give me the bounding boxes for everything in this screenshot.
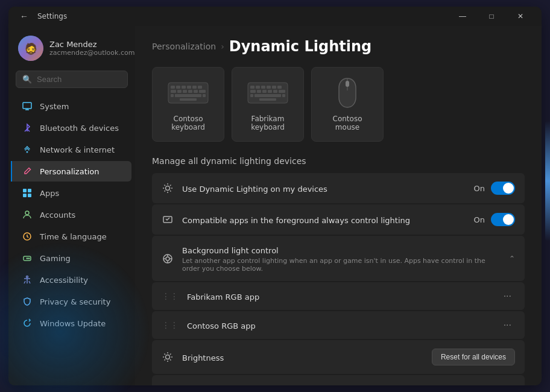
contoso-app-more-button[interactable]: ··· <box>500 318 515 332</box>
svg-rect-16 <box>171 86 175 89</box>
fabrikam-app-label: Fabrikam RGB app <box>187 292 259 302</box>
sidebar-item-system[interactable]: System <box>12 96 131 116</box>
device-card-fabrikam-keyboard[interactable]: Fabrikam keyboard <box>232 67 304 142</box>
sidebar-item-apps[interactable]: Apps <box>12 183 131 203</box>
gaming-icon <box>22 253 33 264</box>
device-card-contoso-mouse[interactable]: Contoso mouse <box>311 67 384 142</box>
svg-rect-28 <box>175 94 201 97</box>
compatible-apps-toggle[interactable] <box>491 213 515 226</box>
window-content: 🧔 Zac Mendez zacmendez@outlook.com 🔍 Sys… <box>8 26 542 385</box>
dynamic-lighting-label: Use Dynamic Lighting on my devices <box>182 185 327 194</box>
svg-point-62 <box>166 257 169 261</box>
svg-rect-7 <box>28 194 31 197</box>
background-light-icon <box>162 253 174 265</box>
svg-point-13 <box>28 258 30 259</box>
bluetooth-icon <box>22 122 33 133</box>
svg-rect-27 <box>199 90 206 93</box>
sidebar-label-gaming: Gaming <box>40 254 71 263</box>
sidebar-item-gaming[interactable]: Gaming <box>12 248 131 268</box>
search-input[interactable] <box>37 75 135 84</box>
profile-name: Zac Mendez <box>49 40 134 49</box>
svg-rect-6 <box>23 194 27 197</box>
svg-rect-41 <box>262 90 267 93</box>
minimize-button[interactable]: — <box>449 7 476 26</box>
contoso-app-content: Contoso RGB app <box>187 320 492 331</box>
svg-point-8 <box>25 211 29 215</box>
svg-line-59 <box>165 191 166 192</box>
svg-rect-0 <box>23 103 31 109</box>
svg-rect-36 <box>267 86 271 89</box>
breadcrumb-separator: › <box>221 42 224 51</box>
svg-point-51 <box>166 186 170 191</box>
main-content: Personalization › Dynamic Lighting <box>135 26 542 385</box>
background-light-header: Background light control Let another app… <box>162 244 515 273</box>
accessibility-icon <box>22 274 33 285</box>
setting-row-compatible-apps: Compatible apps in the foreground always… <box>152 204 525 235</box>
drag-handle-fabrikam[interactable]: ⋮⋮ <box>162 291 179 301</box>
sidebar-label-update: Windows Update <box>40 319 106 328</box>
sidebar-item-personalization[interactable]: Personalization <box>11 161 131 182</box>
setting-row-use-dynamic-lighting: Use Dynamic Lighting on my devices On <box>152 173 525 203</box>
page-title: Dynamic Lighting <box>229 38 371 55</box>
sidebar-item-network[interactable]: Network & internet <box>12 139 131 160</box>
sidebar-item-privacy[interactable]: Privacy & security <box>12 291 131 312</box>
system-icon <box>22 101 33 112</box>
back-button[interactable]: ← <box>16 8 33 25</box>
search-box[interactable]: 🔍 <box>16 71 128 88</box>
avatar-image: 🧔 <box>18 36 43 61</box>
contoso-keyboard-label: Contoso keyboard <box>162 115 214 131</box>
setting-row-effects: Effects Choose color themes and effects … <box>152 375 525 385</box>
svg-rect-47 <box>282 94 285 97</box>
sidebar-item-accounts[interactable]: Accounts <box>12 204 131 225</box>
brightness-reset-button[interactable]: Reset for all devices <box>432 349 515 365</box>
dynamic-lighting-content: Use Dynamic Lighting on my devices <box>182 183 466 194</box>
svg-rect-39 <box>250 90 256 93</box>
sidebar-label-time: Time & language <box>40 232 107 241</box>
dynamic-lighting-right: On <box>474 182 515 195</box>
svg-rect-31 <box>180 98 197 101</box>
svg-line-72 <box>165 354 166 355</box>
breadcrumb: Personalization › Dynamic Lighting <box>152 38 525 55</box>
accounts-icon <box>22 209 33 220</box>
update-icon <box>22 318 33 329</box>
setting-row-brightness: Brightness Reset for all devices <box>152 340 525 374</box>
sidebar-item-bluetooth[interactable]: Bluetooth & devices <box>12 118 131 138</box>
profile-email: zacmendez@outlook.com <box>49 49 134 57</box>
svg-rect-43 <box>273 90 277 93</box>
svg-rect-29 <box>171 94 174 97</box>
maximize-button[interactable]: □ <box>478 7 505 26</box>
fabrikam-app-more-button[interactable]: ··· <box>500 289 515 303</box>
settings-window: ← Settings — □ ✕ 🧔 Zac Mendez zacmendez@… <box>8 7 542 385</box>
svg-rect-44 <box>279 90 285 93</box>
sidebar-item-accessibility[interactable]: Accessibility <box>12 270 131 290</box>
svg-rect-21 <box>198 86 202 89</box>
svg-rect-33 <box>250 86 254 89</box>
sidebar-item-update[interactable]: Windows Update <box>12 313 131 334</box>
device-card-contoso-keyboard[interactable]: Contoso keyboard <box>152 67 224 142</box>
close-button[interactable]: ✕ <box>507 7 534 26</box>
dynamic-lighting-toggle[interactable] <box>491 182 515 195</box>
svg-line-58 <box>170 185 171 186</box>
background-light-sublabel: Let another app control lighting when an… <box>182 257 501 273</box>
breadcrumb-parent[interactable]: Personalization <box>152 42 216 51</box>
compatible-apps-right: On <box>474 213 515 226</box>
sidebar-label-bluetooth: Bluetooth & devices <box>40 124 119 133</box>
apps-icon <box>22 188 33 198</box>
app-row-fabrikam: ⋮⋮ Fabrikam RGB app ··· <box>152 282 525 310</box>
settings-list: Use Dynamic Lighting on my devices On <box>152 173 525 385</box>
svg-line-74 <box>170 354 171 355</box>
sidebar-label-accounts: Accounts <box>40 210 75 220</box>
contoso-mouse-icon <box>326 77 369 109</box>
contoso-mouse-label: Contoso mouse <box>321 115 373 131</box>
user-profile[interactable]: 🧔 Zac Mendez zacmendez@outlook.com <box>8 31 135 71</box>
window-controls: — □ ✕ <box>449 7 534 26</box>
profile-info: Zac Mendez zacmendez@outlook.com <box>49 40 134 57</box>
expand-chevron-icon[interactable]: ⌃ <box>509 254 515 263</box>
privacy-icon <box>22 296 33 307</box>
sidebar-label-apps: Apps <box>40 189 59 198</box>
drag-handle-contoso[interactable]: ⋮⋮ <box>162 320 179 330</box>
titlebar-left: ← Settings <box>16 8 67 25</box>
sidebar-item-time[interactable]: Time & language <box>12 226 131 247</box>
titlebar: ← Settings — □ ✕ <box>8 7 542 26</box>
sidebar-label-network: Network & internet <box>40 145 115 154</box>
